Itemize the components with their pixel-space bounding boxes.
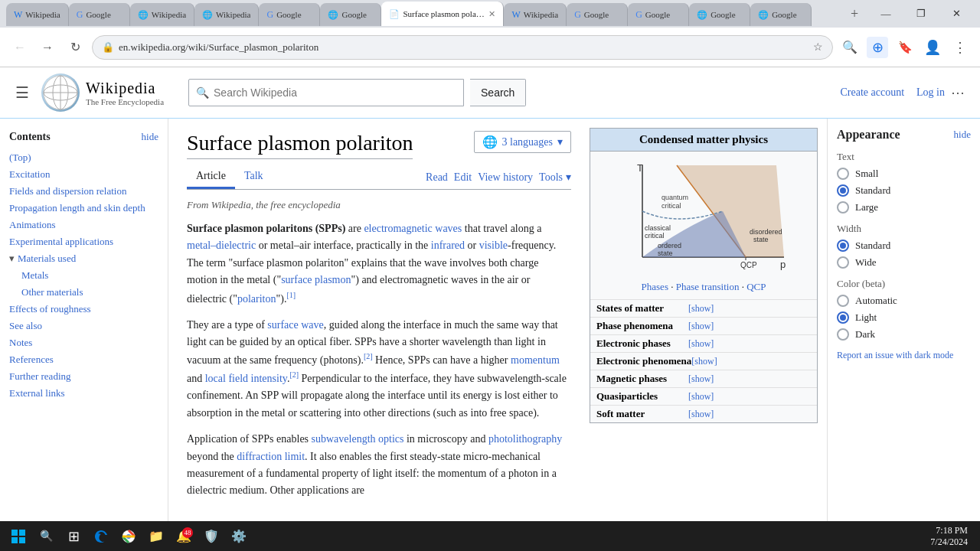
width-wide-radio[interactable] — [837, 256, 849, 269]
width-wide-option[interactable]: Wide — [837, 256, 971, 269]
toc-item-further-reading[interactable]: Further reading — [9, 368, 158, 385]
toc-item-metals[interactable]: Metals — [9, 267, 158, 284]
close-button[interactable]: ✕ — [939, 3, 974, 24]
tab-google-6[interactable]: 🌐 Google — [689, 3, 750, 26]
link-subwavelength-optics[interactable]: subwavelength optics — [312, 433, 404, 445]
color-light-option[interactable]: Light — [837, 311, 971, 324]
link-momentum[interactable]: momentum — [511, 354, 560, 366]
magnetic-show-button[interactable]: [show] — [688, 373, 714, 385]
toc-item-propagation[interactable]: Propagation length and skin depth — [9, 200, 158, 217]
link-photolithography[interactable]: photolithography — [488, 433, 562, 445]
minimize-button[interactable]: — — [868, 3, 903, 24]
search-button[interactable]: Search — [470, 79, 526, 106]
electronic-phases-show-button[interactable]: [show] — [688, 338, 714, 350]
maximize-button[interactable]: ❐ — [903, 3, 939, 24]
tab-wikipedia-4[interactable]: W Wikipedia — [504, 3, 567, 26]
width-standard-radio[interactable] — [837, 240, 849, 252]
phases-link[interactable]: Phases — [642, 281, 668, 292]
link-metal-dielectric[interactable]: metal–dielectric — [187, 240, 256, 251]
extensions-icon[interactable]: ⊕ — [867, 37, 888, 58]
hamburger-menu[interactable]: ☰ — [15, 83, 29, 102]
toc-item-external-links[interactable]: External links — [9, 385, 158, 402]
soft-matter-show-button[interactable]: [show] — [688, 409, 714, 420]
text-large-option[interactable]: Large — [837, 201, 971, 214]
menu-icon[interactable]: ⋮ — [949, 37, 971, 58]
back-button[interactable]: ← — [9, 37, 31, 58]
link-infrared[interactable]: infrared — [431, 240, 465, 251]
report-dark-mode-link[interactable]: Report an issue with dark mode — [837, 350, 971, 361]
tab-talk[interactable]: Talk — [235, 165, 273, 189]
link-surface-wave[interactable]: surface wave — [267, 319, 323, 331]
toc-item-materials[interactable]: ▾Materials used — [9, 250, 158, 267]
toc-item-references[interactable]: References — [9, 351, 158, 368]
text-large-radio[interactable] — [837, 201, 849, 214]
electronic-phenomena-show-button[interactable]: [show] — [691, 356, 717, 367]
color-light-radio[interactable] — [837, 311, 849, 324]
taskbar-edge[interactable] — [89, 524, 113, 549]
tab-wikipedia-1[interactable]: W Wikipedia — [6, 3, 69, 26]
forward-button[interactable]: → — [37, 37, 58, 58]
tab-article[interactable]: Article — [187, 165, 235, 189]
states-show-button[interactable]: [show] — [688, 303, 714, 315]
bookmark-icon[interactable]: 🔖 — [894, 37, 916, 58]
tab-google-4[interactable]: G Google — [567, 3, 628, 26]
toc-item-fields[interactable]: Fields and dispersion relation — [9, 183, 158, 200]
tab-google-3[interactable]: 🌐 Google — [320, 3, 381, 26]
color-automatic-radio[interactable] — [837, 295, 849, 307]
search-glass-icon[interactable]: 🔍 — [839, 37, 861, 58]
toc-item-top[interactable]: (Top) — [9, 149, 158, 166]
address-bar[interactable]: 🔒 en.wikipedia.org/wiki/Surface_plasmon_… — [92, 35, 833, 60]
toc-item-see-also[interactable]: See also — [9, 318, 158, 334]
language-button[interactable]: 🌐 3 languages ▾ — [474, 131, 571, 153]
toc-expand-icon[interactable]: ▾ — [9, 253, 15, 264]
link-diffraction-limit[interactable]: diffraction limit — [237, 451, 305, 462]
active-tab-close[interactable]: ✕ — [488, 9, 495, 19]
reload-button[interactable]: ↻ — [64, 37, 86, 58]
text-small-option[interactable]: Small — [837, 168, 971, 180]
taskbar-antivirus[interactable]: 🛡️ — [199, 524, 224, 549]
color-dark-option[interactable]: Dark — [837, 328, 971, 341]
taskbar-task-view[interactable]: ⊞ — [61, 524, 86, 549]
toc-item-other-materials[interactable]: Other materials — [9, 284, 158, 301]
search-input[interactable] — [188, 79, 464, 106]
quasiparticles-show-button[interactable]: [show] — [688, 391, 714, 403]
tab-edit[interactable]: Edit — [454, 171, 472, 184]
appearance-hide-button[interactable]: hide — [954, 129, 971, 141]
tab-wikipedia-3[interactable]: 🌐 Wikipedia — [194, 3, 259, 26]
taskbar-files[interactable]: 📁 — [144, 524, 168, 549]
toc-item-notes[interactable]: Notes — [9, 334, 158, 351]
link-local-field-intensity[interactable]: local field intensity — [205, 373, 287, 384]
phase-show-button[interactable]: [show] — [688, 321, 714, 332]
link-polariton[interactable]: polariton — [237, 292, 276, 304]
color-dark-radio[interactable] — [837, 328, 849, 341]
tab-google-2[interactable]: G Google — [259, 3, 320, 26]
tab-view-history[interactable]: View history — [478, 171, 533, 184]
link-electromagnetic-waves[interactable]: electromagnetic waves — [364, 223, 462, 234]
toc-hide-button[interactable]: hide — [142, 131, 158, 143]
text-standard-option[interactable]: Standard — [837, 184, 971, 197]
toc-item-excitation[interactable]: Excitation — [9, 166, 158, 183]
link-surface-plasmon[interactable]: surface plasmon — [281, 274, 351, 285]
color-automatic-option[interactable]: Automatic — [837, 295, 971, 307]
tab-google-7[interactable]: 🌐 Google — [750, 3, 812, 26]
tools-button[interactable]: Tools ▾ — [539, 171, 571, 184]
log-in-link[interactable]: Log in — [916, 86, 945, 99]
link-visible[interactable]: visible — [479, 240, 508, 251]
taskbar-app[interactable]: ⚙️ — [227, 524, 251, 549]
more-actions-icon[interactable]: ⋯ — [951, 84, 965, 101]
width-standard-option[interactable]: Standard — [837, 240, 971, 252]
qcp-link[interactable]: QCP — [746, 281, 766, 292]
bookmark-star[interactable]: ☆ — [813, 41, 823, 54]
tab-google-1[interactable]: G Google — [69, 3, 130, 26]
new-tab-button[interactable]: + — [844, 3, 865, 24]
taskbar-search[interactable]: 🔍 — [34, 524, 58, 549]
taskbar-notifications[interactable]: 🔔 48 — [172, 524, 196, 549]
tab-read[interactable]: Read — [426, 171, 448, 184]
create-account-link[interactable]: Create account — [840, 86, 904, 99]
text-standard-radio[interactable] — [837, 184, 849, 197]
tab-wikipedia-active[interactable]: 📄 Surface plasmon polariton - Wikipedia … — [381, 2, 504, 26]
text-small-radio[interactable] — [837, 168, 849, 180]
taskbar-chrome[interactable] — [116, 524, 141, 549]
phase-transition-link[interactable]: Phase transition — [676, 281, 740, 292]
start-button[interactable] — [6, 524, 31, 549]
